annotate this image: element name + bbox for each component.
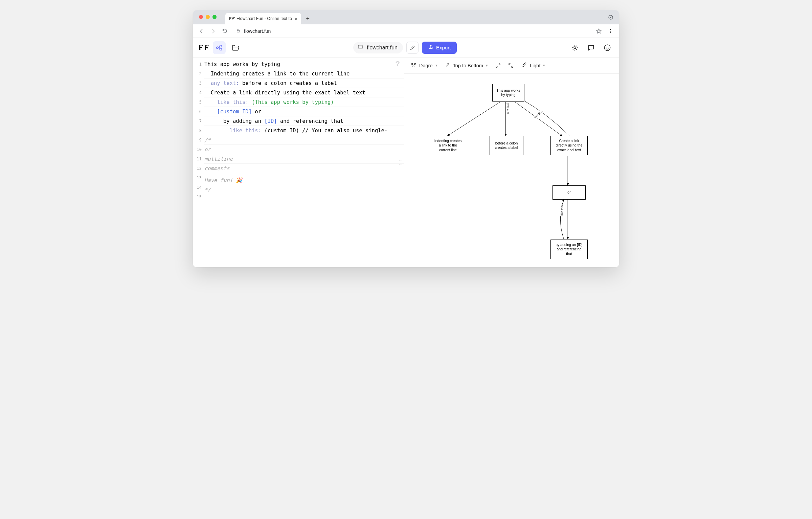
- graph-edges: [404, 74, 619, 267]
- tab-favicon: F𝐹: [229, 16, 234, 21]
- pane-resize-handle[interactable]: ⋮⋮: [399, 159, 403, 166]
- line-number: 8: [193, 126, 204, 135]
- code-line[interactable]: Indenting creates a link to the current …: [204, 69, 404, 78]
- line-number: 11: [193, 154, 204, 164]
- layout-value: Dagre: [419, 63, 433, 68]
- chevron-down-icon: ▾: [486, 63, 488, 68]
- tab-close-icon[interactable]: ×: [295, 16, 298, 21]
- code-line[interactable]: by adding an [ID] and referencing that: [204, 116, 404, 126]
- code-line[interactable]: like this: (custom ID) // You can also u…: [204, 126, 404, 135]
- app-header: FF flowchart.fun: [193, 38, 619, 58]
- node-label: or: [567, 190, 570, 195]
- line-number: 3: [193, 78, 204, 88]
- line-number: 4: [193, 88, 204, 97]
- browser-toolbar: flowchart.fun: [193, 24, 619, 38]
- direction-dropdown[interactable]: Top to Bottom ▾: [445, 62, 488, 69]
- new-tab-button[interactable]: +: [303, 14, 313, 23]
- laptop-icon: [357, 44, 363, 51]
- direction-value: Top to Bottom: [453, 63, 483, 68]
- browser-tab[interactable]: F𝐹 Flowchart Fun - Online text to ×: [225, 13, 301, 24]
- export-button[interactable]: Export: [422, 42, 457, 54]
- window-close-button[interactable]: [199, 15, 203, 19]
- code-line[interactable]: This app works by typing: [204, 60, 404, 69]
- browser-tab-strip: F𝐹 Flowchart Fun - Online text to × +: [193, 10, 619, 24]
- brush-icon: [521, 62, 527, 69]
- graph-pane: Dagre ▾ Top to Bottom ▾: [404, 58, 619, 267]
- code-content[interactable]: This app works by typing Indenting creat…: [204, 58, 404, 267]
- code-line[interactable]: comments: [204, 164, 404, 173]
- zoom-fit-button[interactable]: [495, 63, 501, 68]
- layout-icon: [410, 62, 416, 69]
- code-line[interactable]: Create a link directly using the exact l…: [204, 88, 404, 97]
- account-button[interactable]: [601, 41, 614, 54]
- nav-forward-button[interactable]: [208, 26, 218, 36]
- chevron-down-icon: ▾: [435, 63, 437, 68]
- svg-point-4: [610, 32, 611, 33]
- lock-icon: [236, 28, 241, 34]
- rename-button[interactable]: [406, 42, 419, 54]
- code-line[interactable]: like this: (This app works by typing): [204, 97, 404, 107]
- graph-node[interactable]: by adding an [ID] and referencing that: [550, 240, 588, 259]
- export-label: Export: [436, 45, 451, 50]
- graph-node[interactable]: Create a link directly using the exact l…: [550, 136, 588, 155]
- window-minimize-button[interactable]: [206, 15, 210, 19]
- line-number: 10: [193, 145, 204, 154]
- line-number: 15: [193, 192, 204, 202]
- address-bar[interactable]: flowchart.fun: [231, 28, 592, 34]
- code-line[interactable]: multiline: [204, 154, 404, 164]
- feedback-button[interactable]: [585, 41, 597, 54]
- code-line[interactable]: [204, 173, 404, 176]
- code-line[interactable]: Have fun! 🎉: [204, 176, 404, 185]
- svg-rect-7: [220, 48, 222, 50]
- svg-point-13: [411, 63, 413, 64]
- line-number: 5: [193, 97, 204, 107]
- node-label: Indenting creates a link to the current …: [434, 139, 462, 152]
- svg-point-15: [413, 66, 414, 67]
- nav-back-button[interactable]: [197, 26, 206, 36]
- svg-point-12: [608, 47, 609, 47]
- code-line[interactable]: [custom ID] or: [204, 107, 404, 116]
- code-line[interactable]: or: [204, 145, 404, 154]
- graph-toolbar: Dagre ▾ Top to Bottom ▾: [404, 58, 619, 74]
- window-zoom-button[interactable]: [212, 15, 217, 19]
- settings-button[interactable]: [568, 41, 581, 54]
- layout-dropdown[interactable]: Dagre ▾: [410, 62, 437, 69]
- document-name[interactable]: flowchart.fun: [353, 42, 403, 53]
- graph-node[interactable]: before a colon creates a label: [490, 136, 523, 155]
- bookmark-star-icon[interactable]: [594, 26, 604, 36]
- graph-node[interactable]: or: [552, 185, 586, 200]
- node-label: before a colon creates a label: [495, 141, 518, 150]
- svg-rect-8: [358, 45, 362, 48]
- graph-node[interactable]: This app works by typing: [492, 84, 524, 101]
- tabs-menu-button[interactable]: [607, 14, 614, 21]
- line-number: 6: [193, 107, 204, 116]
- svg-point-0: [609, 15, 613, 19]
- app-body: 123456789101112131415 This app works by …: [193, 58, 619, 267]
- theme-value: Light: [530, 63, 540, 68]
- code-line[interactable]: */: [204, 185, 404, 194]
- zoom-expand-button[interactable]: [508, 63, 514, 68]
- code-editor[interactable]: 123456789101112131415 This app works by …: [193, 58, 404, 267]
- edge-label: any text: [506, 103, 509, 114]
- editor-view-button[interactable]: [213, 41, 226, 54]
- svg-point-10: [604, 45, 610, 50]
- editor-help-button[interactable]: ?: [396, 60, 400, 68]
- node-label: Create a link directly using the exact l…: [556, 139, 583, 152]
- browser-menu-button[interactable]: [606, 26, 615, 36]
- line-number: 2: [193, 69, 204, 78]
- line-number: 7: [193, 116, 204, 126]
- graph-canvas[interactable]: This app works by typing Indenting creat…: [404, 74, 619, 267]
- nav-reload-button[interactable]: [220, 26, 229, 36]
- node-label: by adding an [ID] and referencing that: [556, 243, 582, 256]
- svg-point-5: [216, 47, 218, 49]
- line-number: 14: [193, 183, 204, 192]
- line-number-gutter: 123456789101112131415: [193, 58, 204, 267]
- code-line[interactable]: /*: [204, 135, 404, 145]
- app-logo[interactable]: FF: [198, 43, 209, 52]
- theme-dropdown[interactable]: Light ▾: [521, 62, 545, 69]
- app: FF flowchart.fun: [193, 38, 619, 267]
- code-line[interactable]: any text: before a colon creates a label: [204, 78, 404, 88]
- node-label: This app works by typing: [496, 88, 520, 97]
- graph-node[interactable]: Indenting creates a link to the current …: [431, 136, 465, 155]
- open-file-button[interactable]: [229, 41, 242, 54]
